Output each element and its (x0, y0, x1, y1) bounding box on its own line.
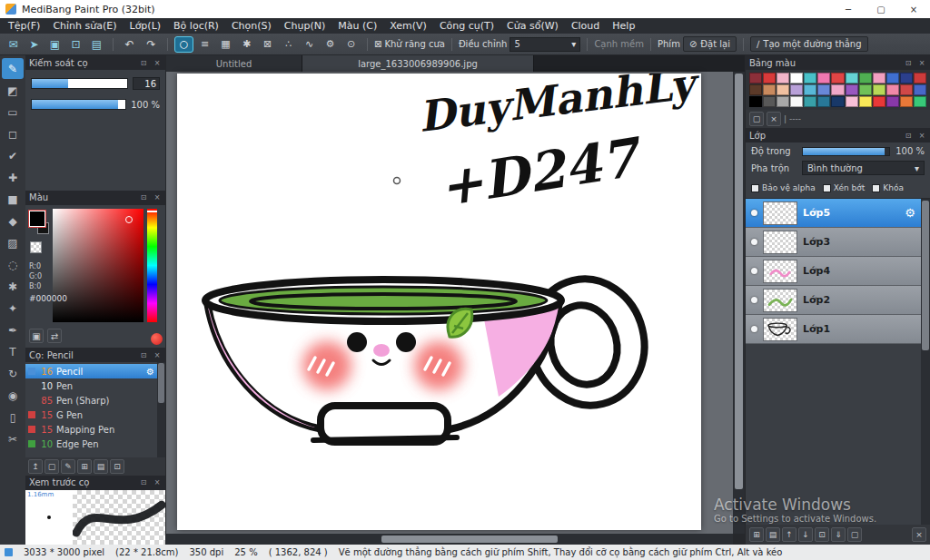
check-brush-tool[interactable]: ✔ (2, 145, 24, 166)
popout-icon[interactable]: ⊡ (904, 59, 913, 67)
palette-swatch[interactable] (804, 73, 816, 84)
brush-list-scrollbar[interactable] (157, 362, 165, 457)
grid-option-icon[interactable]: ▦ (216, 36, 235, 53)
menu-item-2[interactable]: Lớp(L) (124, 18, 168, 34)
stamp-tool[interactable]: ▭ (2, 102, 24, 123)
layer-row[interactable]: Lớp4 (746, 257, 921, 286)
layer-thumbnail[interactable] (763, 201, 797, 225)
delete-color-icon[interactable]: × (767, 112, 781, 126)
soft-edge-button[interactable]: Cạnh mềm (594, 39, 644, 49)
undo-icon[interactable]: ↶ (120, 36, 139, 53)
new-layer-icon[interactable]: ⊞ (749, 527, 764, 542)
layer-visibility-icon[interactable] (751, 268, 757, 274)
palette-swatch[interactable] (873, 84, 885, 95)
checkbox-box[interactable] (872, 184, 880, 192)
curve-option-icon[interactable]: ∿ (300, 36, 319, 53)
popout-icon[interactable]: ⊡ (139, 351, 148, 359)
menu-item-11[interactable]: Help (606, 18, 641, 34)
stripes-option-icon[interactable]: ≡ (195, 36, 214, 53)
lock-checkbox[interactable]: Khóa (872, 183, 904, 192)
layer-row[interactable]: Lớp5⚙ (746, 199, 921, 228)
canvas-vertical-scrollbar[interactable] (733, 72, 745, 534)
scatter-option-icon[interactable]: ∴ (279, 36, 298, 53)
line-tool-button[interactable]: ∕ Tạo một đường thẳng (750, 36, 868, 52)
saturation-value-picker[interactable] (53, 209, 143, 322)
palette-icon[interactable]: ▣ (45, 36, 64, 53)
close-icon[interactable]: × (153, 59, 162, 67)
layer-visibility-icon[interactable] (751, 297, 757, 303)
palette-swatch[interactable] (790, 96, 803, 107)
palette-swatch[interactable] (900, 73, 913, 84)
menu-item-10[interactable]: Cloud (565, 18, 606, 34)
palette-swatch[interactable] (900, 84, 913, 95)
blend-mode-dropdown[interactable]: Bình thường ▾ (802, 161, 925, 175)
palette-swatch[interactable] (763, 96, 776, 107)
reset-button[interactable]: ⊘ Đặt lại (683, 36, 737, 52)
layer-settings-icon[interactable]: ⚙ (905, 206, 915, 220)
fill-rect-tool[interactable]: ■ (2, 189, 24, 210)
delete-layer-icon[interactable]: × (912, 527, 926, 542)
palette-swatch[interactable] (886, 84, 899, 95)
palette-swatch[interactable] (749, 84, 762, 95)
brush-item[interactable]: 85Pen (Sharp) (25, 393, 157, 408)
palette-swatch[interactable] (859, 96, 872, 107)
palette-swatch[interactable] (831, 96, 844, 107)
operation-tool[interactable]: ✦ (2, 298, 24, 319)
color-wheel-toggle[interactable] (151, 333, 163, 345)
settings-option-icon[interactable]: ⚙ (321, 36, 340, 53)
close-icon[interactable]: × (153, 478, 162, 486)
lasso-tool[interactable]: ◌ (2, 254, 24, 275)
swap-color-icon[interactable]: ⇄ (47, 329, 62, 343)
palette-swatch[interactable] (790, 84, 803, 95)
antialias-label[interactable]: Khử răng cưa (384, 39, 444, 49)
crosshatch-option-icon[interactable]: ⊠ (258, 36, 277, 53)
palette-swatch[interactable] (886, 96, 899, 107)
magic-wand-tool[interactable]: ✱ (2, 276, 24, 297)
close-icon[interactable]: × (153, 351, 162, 359)
palette-swatch[interactable] (777, 84, 789, 95)
palette-swatch[interactable] (873, 73, 885, 84)
canvas[interactable]: DuyManhLy +D247 (177, 74, 701, 530)
palette-swatch[interactable] (900, 96, 913, 107)
palette-swatch[interactable] (804, 84, 816, 95)
menu-item-1[interactable]: Chỉnh sửa(E) (46, 18, 123, 34)
layer-list-scrollbar[interactable] (921, 199, 930, 525)
foreground-color-swatch[interactable] (29, 211, 45, 227)
palette-swatch[interactable] (817, 96, 830, 107)
copy-work-icon[interactable]: ⊡ (66, 36, 85, 53)
redo-icon[interactable]: ↷ (142, 36, 161, 53)
move-tool[interactable]: ✚ (2, 167, 24, 188)
menu-item-9[interactable]: Cửa sổ(W) (500, 18, 565, 34)
palette-swatch[interactable] (859, 73, 872, 84)
brush-item[interactable]: 15G Pen (25, 408, 157, 422)
publish-icon[interactable]: ➤ (25, 36, 44, 53)
add-palette-color-icon[interactable]: ▣ (29, 329, 44, 343)
scissors-tool[interactable]: ✂ (2, 428, 24, 449)
menu-item-7[interactable]: Xem(V) (383, 18, 433, 34)
palette-swatch[interactable] (831, 73, 844, 84)
select-rect-tool[interactable]: ◻ (2, 123, 24, 144)
new-folder-icon[interactable]: ▤ (766, 527, 780, 542)
brush-item[interactable]: 10Pen (25, 378, 157, 393)
palette-swatch[interactable] (859, 84, 872, 95)
brush-settings-icon[interactable]: ⚙ (146, 367, 154, 377)
menu-item-6[interactable]: Màu (C) (331, 18, 383, 34)
new-brush-icon[interactable]: ▢ (45, 459, 59, 474)
material-icon[interactable]: ▤ (87, 36, 106, 53)
brush-item[interactable]: 15Mapping Pen (25, 422, 157, 437)
duplicate-brush-icon[interactable]: ⊞ (77, 459, 92, 474)
layer-row[interactable]: Lớp2 (746, 286, 921, 315)
popout-icon[interactable]: ⊡ (139, 59, 148, 67)
maximize-button[interactable]: ▢ (865, 0, 897, 18)
menu-item-5[interactable]: Chụp(N) (278, 18, 331, 34)
gradient-tool[interactable]: ▨ (2, 232, 24, 253)
merge-down-icon[interactable]: ⇓ (831, 527, 846, 542)
palette-swatch[interactable] (763, 73, 776, 84)
brush-folder-icon[interactable]: ▤ (94, 459, 108, 474)
palette-swatch[interactable] (873, 96, 885, 107)
protect-alpha-checkbox[interactable]: Bảo vệ alpha (751, 183, 816, 192)
palette-swatch[interactable] (763, 84, 776, 95)
minimize-button[interactable]: ─ (832, 0, 865, 18)
palette-swatch[interactable] (914, 73, 926, 84)
popout-icon[interactable]: ⊡ (139, 193, 148, 201)
